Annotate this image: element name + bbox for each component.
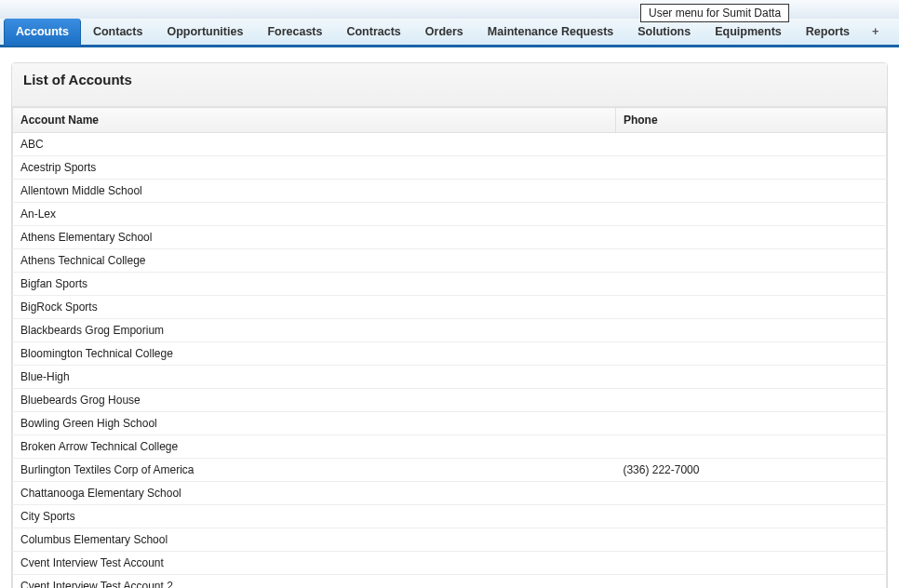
cell-account-name[interactable]: City Sports [13, 505, 616, 528]
nav-tab-contacts[interactable]: Contacts [81, 19, 154, 46]
cell-phone [615, 366, 886, 389]
cell-phone [615, 249, 886, 273]
accounts-table: Account Name Phone ABCAcestrip SportsAll… [12, 107, 887, 588]
nav-tab-accounts[interactable]: Accounts [4, 19, 81, 46]
table-row[interactable]: Broken Arrow Technical College [13, 435, 887, 459]
cell-account-name[interactable]: Bowling Green High School [13, 412, 616, 435]
table-row[interactable]: City Sports [13, 505, 887, 528]
panel-header: List of Accounts [12, 63, 887, 107]
cell-account-name[interactable]: Cvent Interview Test Account [13, 552, 616, 575]
cell-account-name[interactable]: Burlington Textiles Corp of America [13, 459, 616, 482]
nav-tab-equipments[interactable]: Equipments [703, 19, 794, 46]
table-row[interactable]: Columbus Elementary School [13, 528, 887, 552]
nav-add-tab[interactable]: + [862, 19, 889, 46]
table-row[interactable]: Athens Elementary School [13, 226, 887, 249]
table-row[interactable]: Cvent Interview Test Account 2 [13, 575, 887, 589]
cell-account-name[interactable]: ABC [13, 133, 616, 156]
cell-account-name[interactable]: Bloomington Technical College [13, 342, 616, 366]
cell-phone [615, 389, 886, 412]
cell-account-name[interactable]: Bluebeards Grog House [13, 389, 616, 412]
cell-account-name[interactable]: Chattanooga Elementary School [13, 482, 616, 505]
cell-phone [615, 156, 886, 180]
col-header-phone[interactable]: Phone [615, 108, 886, 133]
cell-phone [615, 505, 886, 528]
cell-phone [615, 482, 886, 505]
cell-account-name[interactable]: Blue-High [13, 366, 616, 389]
accounts-table-wrap: Account Name Phone ABCAcestrip SportsAll… [12, 107, 887, 588]
cell-phone [615, 319, 886, 342]
cell-phone [615, 412, 886, 435]
cell-phone [615, 226, 886, 249]
table-row[interactable]: Burlington Textiles Corp of America(336)… [13, 459, 887, 482]
cell-phone [615, 528, 886, 552]
cell-phone: (336) 222-7000 [615, 459, 886, 482]
table-row[interactable]: Bigfan Sports [13, 273, 887, 296]
cell-phone [615, 273, 886, 296]
table-row[interactable]: Blackbeards Grog Emporium [13, 319, 887, 342]
table-row[interactable]: Athens Technical College [13, 249, 887, 273]
table-row[interactable]: Bowling Green High School [13, 412, 887, 435]
cell-account-name[interactable]: Athens Elementary School [13, 226, 616, 249]
table-row[interactable]: Acestrip Sports [13, 156, 887, 180]
nav-tab-maintenance-requests[interactable]: Maintenance Requests [476, 19, 625, 46]
cell-phone [615, 180, 886, 203]
cell-phone [615, 296, 886, 319]
cell-account-name[interactable]: Acestrip Sports [13, 156, 616, 180]
table-row[interactable]: BigRock Sports [13, 296, 887, 319]
cell-phone [615, 552, 886, 575]
user-menu-tooltip: User menu for Sumit Datta [640, 4, 789, 22]
table-row[interactable]: ABC [13, 133, 887, 156]
nav-tab-contracts[interactable]: Contracts [334, 19, 412, 46]
table-header-row: Account Name Phone [13, 108, 887, 133]
cell-account-name[interactable]: Columbus Elementary School [13, 528, 616, 552]
cell-account-name[interactable]: Bigfan Sports [13, 273, 616, 296]
main-nav-bar: AccountsContactsOpportunitiesForecastsCo… [0, 19, 899, 46]
table-row[interactable]: Bloomington Technical College [13, 342, 887, 366]
cell-phone [615, 342, 886, 366]
cell-phone [615, 435, 886, 459]
cell-account-name[interactable]: Allentown Middle School [13, 180, 616, 203]
nav-tab-orders[interactable]: Orders [413, 19, 476, 46]
cell-phone [615, 133, 886, 156]
nav-tab-reports[interactable]: Reports [794, 19, 862, 46]
cell-phone [615, 203, 886, 226]
cell-account-name[interactable]: Blackbeards Grog Emporium [13, 319, 616, 342]
table-row[interactable]: Bluebeards Grog House [13, 389, 887, 412]
col-header-name[interactable]: Account Name [13, 108, 616, 133]
cell-account-name[interactable]: An-Lex [13, 203, 616, 226]
cell-account-name[interactable]: BigRock Sports [13, 296, 616, 319]
cell-account-name[interactable]: Cvent Interview Test Account 2 [13, 575, 616, 589]
table-row[interactable]: Chattanooga Elementary School [13, 482, 887, 505]
cell-account-name[interactable]: Broken Arrow Technical College [13, 435, 616, 459]
nav-tab-solutions[interactable]: Solutions [625, 19, 703, 46]
nav-tab-opportunities[interactable]: Opportunities [154, 19, 255, 46]
table-row[interactable]: Cvent Interview Test Account [13, 552, 887, 575]
plus-icon: + [872, 25, 879, 38]
page-title: List of Accounts [23, 72, 876, 87]
cell-phone [615, 575, 886, 589]
accounts-panel: List of Accounts Account Name Phone ABCA… [11, 62, 888, 588]
table-row[interactable]: An-Lex [13, 203, 887, 226]
table-row[interactable]: Blue-High [13, 366, 887, 389]
nav-tab-forecasts[interactable]: Forecasts [255, 19, 334, 46]
table-row[interactable]: Allentown Middle School [13, 180, 887, 203]
nav-more-dropdown[interactable] [889, 19, 899, 46]
cell-account-name[interactable]: Athens Technical College [13, 249, 616, 273]
